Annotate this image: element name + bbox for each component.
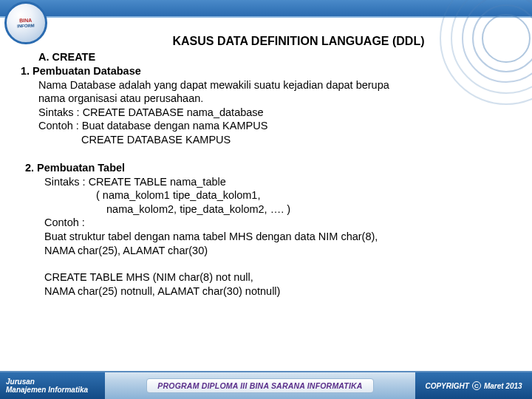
logo-badge: BINA INFORM xyxy=(4,1,47,44)
section-1-desc-line1: Nama Database adalah yang dapat mewakili… xyxy=(38,78,525,92)
footer-left-line2: Manajemen Informatika xyxy=(6,386,105,395)
footer-copyright-label: COPYRIGHT xyxy=(425,382,468,390)
section-1-example-label: Contoh : Buat database dengan nama KAMPU… xyxy=(38,119,525,133)
section-1-syntax: Sintaks : CREATE DATABASE nama_database xyxy=(38,106,525,120)
footer-center-pill: PROGRAM DIPLOMA III BINA SARANA INFORMAT… xyxy=(146,378,373,393)
section-2-heading: 2. Pembuatan Tabel xyxy=(25,161,525,175)
create-table-line1: CREATE TABLE MHS (NIM char(8) not null, xyxy=(44,270,525,284)
create-table-line2: NAMA char(25) notnull, ALAMAT char(30) n… xyxy=(44,284,525,299)
section-2-syntax: Sintaks : CREATE TABLE nama_table xyxy=(44,175,525,189)
logo-line1: BINA xyxy=(19,18,32,24)
section-2-example-line1: Buat struktur tabel dengan nama tabel MH… xyxy=(44,230,525,244)
section-2-example-line2: NAMA char(25), ALAMAT char(30) xyxy=(44,244,525,258)
section-1-example-code: CREATE DATABASE KAMPUS xyxy=(81,133,525,147)
slide-title: KASUS DATA DEFINITION LANGUAGE (DDL) xyxy=(21,34,525,49)
footer-bar: Jurusan Manajemen Informatika PROGRAM DI… xyxy=(0,371,532,399)
section-2-example-label: Contoh : xyxy=(44,216,525,230)
logo-text: BINA INFORM xyxy=(17,18,35,29)
section-2-paren1: ( nama_kolom1 tipe_data_kolom1, xyxy=(96,188,525,202)
top-bar xyxy=(0,0,532,18)
logo-line2: INFORM xyxy=(17,24,35,29)
section-1-heading: 1. Pembuatan Database xyxy=(21,64,525,78)
slide-content: KASUS DATA DEFINITION LANGUAGE (DDL) A. … xyxy=(21,34,525,298)
section-2-paren2: nama_kolom2, tipe_data_kolom2, …. ) xyxy=(106,202,525,216)
footer-left: Jurusan Manajemen Informatika xyxy=(0,372,105,399)
section-1-desc-line2: nama organisasi atau perusahaan. xyxy=(38,92,525,106)
section-a-heading: A. CREATE xyxy=(38,50,525,64)
copyright-icon: C xyxy=(472,381,481,390)
footer-center: PROGRAM DIPLOMA III BINA SARANA INFORMAT… xyxy=(105,372,415,399)
footer-left-line1: Jurusan xyxy=(6,378,105,386)
footer-date: Maret 2013 xyxy=(484,382,522,390)
footer-right: COPYRIGHT C Maret 2013 xyxy=(415,372,532,399)
